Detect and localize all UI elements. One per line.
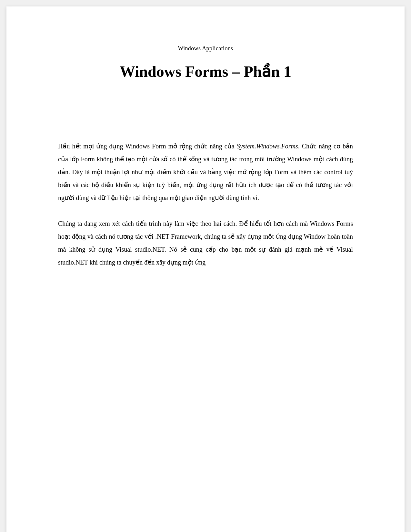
page-main-title: Windows Forms – Phần 1 <box>58 62 353 82</box>
paragraph-1-italic: System.Windows.Forms <box>237 143 298 150</box>
page: Windows Applications Windows Forms – Phầ… <box>6 6 405 532</box>
paragraph-1: Hầu hết mọi ứng dụng Windows Form mở rộn… <box>58 140 353 204</box>
paragraph-2-text: Chúng ta đang xem xét cách tiến trình nà… <box>58 220 353 266</box>
paragraph-1-text-1: Hầu hết mọi ứng dụng Windows Form mở rộn… <box>58 143 237 150</box>
page-subtitle: Windows Applications <box>58 45 353 52</box>
paragraph-1-text-2: . Chức năng cơ bản của lớp Form không th… <box>58 143 353 201</box>
paragraph-2: Chúng ta đang xem xét cách tiến trình nà… <box>58 217 353 269</box>
